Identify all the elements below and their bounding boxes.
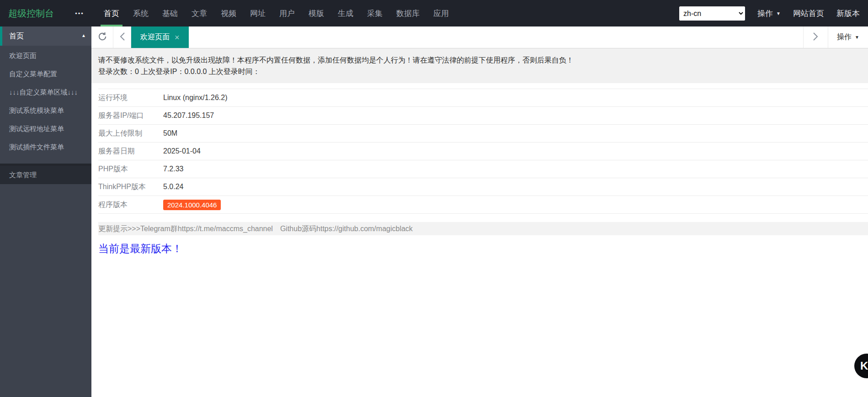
- floating-widget-label: K: [860, 360, 868, 372]
- table-row: 最大上传限制50M: [98, 125, 868, 143]
- table-row: 运行环境Linux (nginx/1.26.2): [98, 89, 868, 107]
- server-info-panel: 运行环境Linux (nginx/1.26.2)服务器IP/端口45.207.1…: [91, 83, 868, 256]
- table-row: ThinkPHP版本5.0.24: [98, 178, 868, 196]
- site-home-label: 网站首页: [793, 8, 824, 19]
- sidebar-item[interactable]: 自定义菜单配置: [0, 65, 91, 83]
- notice-line-2: 登录次数：0 上次登录IP：0.0.0.0 上次登录时间：: [98, 66, 859, 77]
- table-row: 程序版本2024.1000.4046: [98, 196, 868, 214]
- site-home-link[interactable]: 网站首页: [793, 8, 824, 19]
- sidebar-item[interactable]: 测试插件文件菜单: [0, 138, 91, 156]
- close-icon[interactable]: ×: [175, 33, 180, 42]
- latest-version-text: 当前是最新版本！: [98, 242, 868, 256]
- chevron-left-icon: [119, 32, 125, 43]
- chevron-down-icon: ▼: [776, 11, 781, 16]
- table-row: 服务器IP/端口45.207.195.157: [98, 107, 868, 125]
- notice-line-1: 请不要修改系统文件，以免升级出现故障！本程序不内置任何数据，添加任何数据均是个人…: [98, 54, 859, 66]
- navbar-item[interactable]: 数据库: [393, 0, 423, 26]
- new-version-label: 新版本: [836, 8, 860, 19]
- sidebar-item[interactable]: 欢迎页面: [0, 47, 91, 65]
- table-row-value: 45.207.195.157: [157, 111, 214, 120]
- table-row-value: 50M: [157, 129, 177, 138]
- tab-welcome-page[interactable]: 欢迎页面 ×: [131, 26, 189, 48]
- table-row-value: 5.0.24: [157, 183, 183, 191]
- tab-scroll-left-button[interactable]: [113, 26, 131, 48]
- table-row-label: 运行环境: [98, 93, 157, 103]
- navbar-item[interactable]: 文章: [188, 0, 210, 26]
- navbar-item[interactable]: 视频: [218, 0, 240, 26]
- sidebar-item[interactable]: ↓↓↓自定义菜单区域↓↓↓: [0, 83, 91, 101]
- refresh-icon: [97, 32, 107, 43]
- navbar-item[interactable]: 基础: [159, 0, 181, 26]
- tab-action-label: 操作: [837, 32, 852, 42]
- table-row-label: ThinkPHP版本: [98, 182, 157, 192]
- navbar-action-label: 操作: [757, 8, 773, 19]
- sidebar: 首页 ▲ 欢迎页面自定义菜单配置↓↓↓自定义菜单区域↓↓↓测试系统模块菜单测试远…: [0, 26, 91, 397]
- tabbar: 欢迎页面 × 操作 ▼: [91, 26, 868, 48]
- table-row: 服务器日期2025-01-04: [98, 143, 868, 160]
- sidebar-menu: 欢迎页面自定义菜单配置↓↓↓自定义菜单区域↓↓↓测试系统模块菜单测试远程地址菜单…: [0, 46, 91, 156]
- navbar-item[interactable]: 生成: [335, 0, 357, 26]
- notice-band: 请不要修改系统文件，以免升级出现故障！本程序不内置任何数据，添加任何数据均是个人…: [91, 48, 868, 83]
- tab-action-dropdown[interactable]: 操作 ▼: [828, 26, 868, 48]
- tab-label: 欢迎页面: [140, 32, 170, 42]
- table-row-value: 2025-01-04: [157, 147, 201, 155]
- refresh-button[interactable]: [91, 26, 113, 48]
- navbar-item[interactable]: 模版: [305, 0, 327, 26]
- table-row: PHP版本7.2.33: [98, 160, 868, 178]
- sidebar-item[interactable]: 测试系统模块菜单: [0, 101, 91, 120]
- navbar-item[interactable]: 网址: [247, 0, 269, 26]
- tabbar-spacer: [189, 26, 803, 48]
- sidebar-toggle-more-icon[interactable]: •••: [69, 10, 91, 17]
- navbar-action-dropdown[interactable]: 操作 ▼: [757, 8, 781, 19]
- navbar-item[interactable]: 首页: [101, 0, 122, 26]
- table-row-label: PHP版本: [98, 164, 157, 174]
- update-tip-bar: 更新提示>>>Telegram群https://t.me/maccms_chan…: [98, 222, 868, 235]
- app-logo[interactable]: 超级控制台: [0, 7, 69, 20]
- table-row-label: 程序版本: [98, 200, 157, 210]
- main-content: 请不要修改系统文件，以免升级出现故障！本程序不内置任何数据，添加任何数据均是个人…: [91, 48, 868, 397]
- table-row-label: 最大上传限制: [98, 129, 157, 138]
- collapse-arrow-icon: ▲: [81, 33, 86, 38]
- table-row-label: 服务器日期: [98, 147, 157, 156]
- chevron-right-icon: [813, 32, 819, 43]
- language-select[interactable]: zh-cn: [679, 6, 745, 21]
- sidebar-section-home[interactable]: 首页 ▲: [0, 26, 91, 46]
- sidebar-section-title: 首页: [9, 32, 24, 41]
- server-info-table: 运行环境Linux (nginx/1.26.2)服务器IP/端口45.207.1…: [98, 89, 868, 214]
- version-badge: 2024.1000.4046: [163, 200, 221, 210]
- navbar-right: zh-cn 操作 ▼ 网站首页 新版本: [679, 6, 868, 21]
- table-row-label: 服务器IP/端口: [98, 111, 157, 121]
- navbar-menu: 首页系统基础文章视频网址用户模版生成采集数据库应用: [97, 0, 456, 26]
- navbar-item[interactable]: 系统: [130, 0, 152, 26]
- table-row-value: 7.2.33: [157, 165, 183, 173]
- tab-scroll-right-button[interactable]: [803, 26, 828, 48]
- table-row-value: Linux (nginx/1.26.2): [157, 94, 228, 102]
- navbar-item[interactable]: 采集: [364, 0, 386, 26]
- chevron-down-icon: ▼: [855, 35, 859, 40]
- sidebar-item[interactable]: 测试远程地址菜单: [0, 120, 91, 138]
- new-version-link[interactable]: 新版本: [836, 8, 860, 19]
- top-navbar: 超级控制台 ••• 首页系统基础文章视频网址用户模版生成采集数据库应用 zh-c…: [0, 0, 868, 26]
- navbar-item[interactable]: 用户: [276, 0, 298, 26]
- sidebar-section-articles[interactable]: 文章管理: [0, 164, 91, 184]
- navbar-item[interactable]: 应用: [430, 0, 452, 26]
